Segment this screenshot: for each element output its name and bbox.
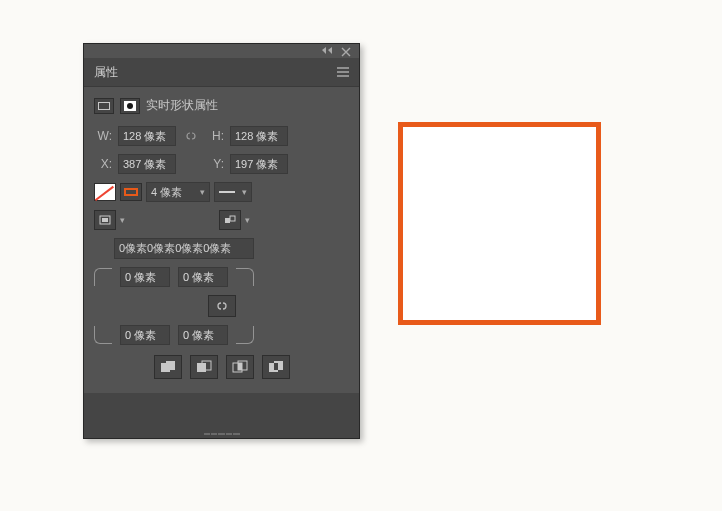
- stroke-dash-select[interactable]: ▾: [214, 182, 252, 202]
- corner-bottom-right-input[interactable]: [178, 325, 228, 345]
- chevron-down-icon[interactable]: ▾: [120, 215, 125, 225]
- stroke-swatch[interactable]: [120, 183, 142, 201]
- resize-grip-icon[interactable]: [204, 432, 240, 436]
- panel-topbar: [84, 44, 359, 58]
- top-corners-row: [94, 267, 349, 287]
- svg-rect-14: [238, 363, 242, 370]
- section-header: 实时形状属性: [94, 97, 349, 114]
- width-label: W:: [94, 129, 112, 143]
- appearance-row: 4 像素 ▾ ▾: [94, 182, 349, 202]
- mask-icon[interactable]: [120, 98, 140, 114]
- corner-top-left-input[interactable]: [120, 267, 170, 287]
- combine-unite-button[interactable]: [154, 355, 182, 379]
- height-input[interactable]: [230, 126, 288, 146]
- link-width-height-icon[interactable]: [182, 129, 200, 143]
- fill-swatch[interactable]: [94, 183, 116, 201]
- width-input[interactable]: [118, 126, 176, 146]
- collapse-icon[interactable]: [321, 47, 333, 55]
- stroke-align-button[interactable]: [94, 210, 116, 230]
- link-corners-button[interactable]: [208, 295, 236, 317]
- corners-readout: 0像素0像素0像素0像素: [114, 238, 254, 259]
- combine-subtract-button[interactable]: [190, 355, 218, 379]
- svg-rect-7: [230, 216, 235, 221]
- pathfinder-row: [94, 355, 349, 379]
- panel-body: 实时形状属性 W: H: X: Y: 4 像素 ▾: [84, 86, 359, 393]
- section-title: 实时形状属性: [146, 97, 218, 114]
- svg-rect-17: [274, 363, 278, 370]
- panel-tab-bar: 属性: [84, 58, 359, 86]
- panel-title[interactable]: 属性: [94, 64, 118, 81]
- corner-bottom-left-icon[interactable]: [94, 326, 112, 344]
- stroke-more-button[interactable]: [219, 210, 241, 230]
- corner-top-right-icon[interactable]: [236, 268, 254, 286]
- properties-panel: 属性 实时形状属性 W: H: X:: [83, 43, 360, 439]
- shape-bounds-icon[interactable]: [94, 98, 114, 114]
- height-label: H:: [206, 129, 224, 143]
- corner-bottom-left-input[interactable]: [120, 325, 170, 345]
- panel-menu-icon[interactable]: [335, 66, 351, 78]
- stroke-width-value: 4 像素: [151, 185, 182, 200]
- close-icon[interactable]: [341, 47, 353, 55]
- corner-top-right-input[interactable]: [178, 267, 228, 287]
- y-input[interactable]: [230, 154, 288, 174]
- corner-top-left-icon[interactable]: [94, 268, 112, 286]
- bottom-corners-row: [94, 325, 349, 345]
- shape-preview: [398, 122, 601, 325]
- chevron-down-icon[interactable]: ▾: [245, 215, 250, 225]
- combine-exclude-button[interactable]: [262, 355, 290, 379]
- panel-footer: [84, 393, 359, 438]
- stroke-width-select[interactable]: 4 像素 ▾: [146, 182, 210, 202]
- stroke-options-row: ▾ ▾: [94, 210, 349, 230]
- x-input[interactable]: [118, 154, 176, 174]
- combine-intersect-button[interactable]: [226, 355, 254, 379]
- corner-bottom-right-icon[interactable]: [236, 326, 254, 344]
- x-label: X:: [94, 157, 112, 171]
- svg-rect-5: [102, 218, 108, 222]
- chevron-down-icon: ▾: [242, 187, 247, 197]
- svg-rect-9: [166, 361, 175, 370]
- y-label: Y:: [206, 157, 224, 171]
- chevron-down-icon: ▾: [200, 187, 205, 197]
- svg-rect-6: [225, 218, 230, 223]
- size-row: W: H:: [94, 126, 349, 146]
- position-row: X: Y:: [94, 154, 349, 174]
